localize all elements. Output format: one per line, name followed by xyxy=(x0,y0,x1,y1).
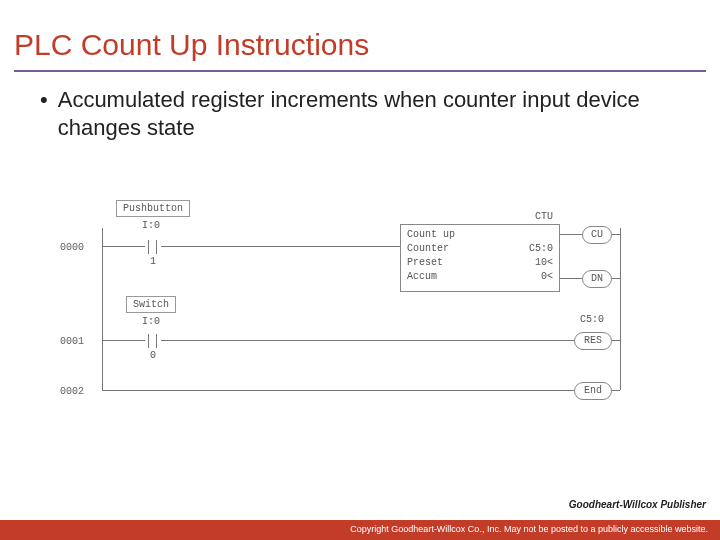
left-power-rail xyxy=(102,228,103,390)
res-output-pill: RES xyxy=(574,332,612,350)
rung-number-0: 0000 xyxy=(60,242,84,253)
rung-number-2: 0002 xyxy=(60,386,84,397)
wire xyxy=(612,278,620,279)
right-power-rail xyxy=(620,228,621,390)
ctu-header: CTU xyxy=(401,211,559,222)
ctu-row4-val: 0< xyxy=(401,271,559,282)
wire xyxy=(161,340,574,341)
wire xyxy=(612,340,620,341)
ctu-row3-val: 10< xyxy=(401,257,559,268)
bullet-text: Accumulated register increments when cou… xyxy=(58,86,680,142)
end-pill: End xyxy=(574,382,612,400)
ladder-diagram: 0000 Pushbutton I:0 1 CTU Count up Count… xyxy=(60,200,660,420)
xic-contact-icon xyxy=(145,239,161,255)
wire xyxy=(612,234,620,235)
copyright-footer: Copyright Goodheart-Willcox Co., Inc. Ma… xyxy=(0,520,720,540)
ctu-row1: Count up xyxy=(407,229,565,240)
ctu-instruction-block: CTU Count up Counter C5:0 Preset 10< Acc… xyxy=(400,224,560,292)
wire xyxy=(102,246,145,247)
wire xyxy=(161,246,400,247)
publisher-credit: Goodheart-Willcox Publisher xyxy=(569,499,706,510)
bullet-row: • Accumulated register increments when c… xyxy=(40,86,680,142)
wire xyxy=(102,390,574,391)
res-address: C5:0 xyxy=(580,314,604,325)
input1-bit: 1 xyxy=(150,256,156,267)
ctu-row2-val: C5:0 xyxy=(401,243,559,254)
wire xyxy=(560,278,582,279)
input1-tag: Pushbutton xyxy=(116,200,190,217)
wire xyxy=(102,340,145,341)
input2-address: I:0 xyxy=(142,316,160,327)
wire xyxy=(560,234,582,235)
input1-address: I:0 xyxy=(142,220,160,231)
wire xyxy=(612,390,620,391)
bullet-dot: • xyxy=(40,86,48,114)
cu-output-pill: CU xyxy=(582,226,612,244)
input2-bit: 0 xyxy=(150,350,156,361)
bullet-block: • Accumulated register increments when c… xyxy=(0,72,720,142)
slide: PLC Count Up Instructions • Accumulated … xyxy=(0,0,720,540)
rung-number-1: 0001 xyxy=(60,336,84,347)
input2-tag: Switch xyxy=(126,296,176,313)
dn-output-pill: DN xyxy=(582,270,612,288)
slide-title: PLC Count Up Instructions xyxy=(0,0,720,70)
xic-contact-icon xyxy=(145,333,161,349)
